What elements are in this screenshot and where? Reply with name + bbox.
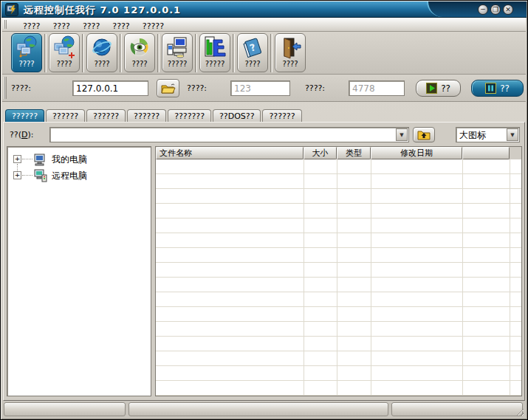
toolbar-button-label: ????: [56, 59, 72, 69]
column-header-size[interactable]: 大小: [304, 147, 337, 159]
menu-item-1[interactable]: ????: [18, 21, 44, 32]
file-list-header: 文件名称 大小 类型 修改日期: [156, 147, 521, 159]
help-icon: ?: [241, 35, 264, 59]
host-label: ????:: [11, 83, 31, 93]
computer-tree: + 我的电脑 +: [7, 146, 151, 396]
menu-item-5[interactable]: ?????: [138, 21, 168, 32]
monitor-eye-icon: [128, 35, 151, 59]
add-connection-icon: [52, 35, 76, 59]
internet-icon: [90, 35, 114, 59]
toolbar-button-label: ?????: [168, 59, 188, 69]
app-icon: [5, 3, 18, 16]
status-panel-3: [391, 402, 523, 416]
port2-input[interactable]: [349, 80, 405, 96]
view-mode-dropdown-arrow-icon[interactable]: ▼: [507, 128, 518, 141]
toolbar-separator: [44, 34, 47, 72]
tree-item-my-computer[interactable]: + 我的电脑: [7, 151, 151, 168]
toolbar-help-button[interactable]: ? ????: [237, 33, 268, 72]
menu-item-3[interactable]: ????: [78, 21, 104, 32]
file-browser-panel: ??(D): ▼ 大图标 ▼ +: [3, 122, 525, 401]
path-label: ??(D):: [10, 130, 33, 140]
toolbar-button-label: ????: [18, 59, 34, 69]
column-header-extra[interactable]: [462, 147, 510, 159]
stop-button-label: ??: [500, 83, 510, 94]
window-title: 远程控制任我行 7.0 127.0.0.1: [24, 4, 181, 17]
expand-icon[interactable]: +: [13, 171, 21, 179]
close-button[interactable]: ✕: [503, 4, 513, 15]
path-input[interactable]: [51, 128, 394, 141]
toolbar-statistics-button[interactable]: ?????: [199, 33, 230, 72]
path-dropdown-arrow-icon[interactable]: ▼: [396, 128, 408, 141]
status-panel-1: [4, 402, 126, 416]
toolbar-button-label: ????: [282, 59, 298, 69]
toolbar-exit-button[interactable]: ????: [275, 33, 306, 72]
column-header-modified-date[interactable]: 修改日期: [371, 147, 462, 159]
tab-7[interactable]: ??????: [262, 109, 301, 123]
path-combobox[interactable]: ▼: [49, 127, 409, 142]
remote-computer-icon: [34, 169, 47, 182]
tab-4[interactable]: ??????: [127, 109, 166, 123]
tab-6-dos[interactable]: ??DOS??: [213, 109, 261, 123]
connection-bar: ????: ????: ????: ?? ??: [2, 75, 526, 102]
toolbar-separator: [157, 34, 160, 72]
statistics-icon: [203, 35, 227, 59]
browse-button[interactable]: [157, 79, 179, 97]
exit-icon: [278, 35, 302, 59]
pause-icon: [485, 83, 496, 94]
toolbar-separator: [82, 34, 84, 72]
system-info-icon: [165, 35, 189, 59]
expand-icon[interactable]: +: [13, 155, 21, 163]
titlebar[interactable]: 远程控制任我行 7.0 127.0.0.1 ─ ❐ ✕: [1, 1, 527, 18]
folder-up-button[interactable]: [413, 127, 435, 142]
tab-2[interactable]: ??????: [46, 109, 85, 123]
start-button-label: ??: [441, 83, 450, 94]
column-header-filename[interactable]: 文件名称: [156, 147, 304, 159]
tree-item-remote-computer[interactable]: + 远程电脑: [7, 168, 151, 184]
file-list: 文件名称 大小 类型 修改日期: [155, 146, 522, 396]
toolbar-button-label: ????: [94, 59, 109, 69]
connection-bar-grip[interactable]: [4, 77, 7, 99]
toolbar-separator: [270, 34, 272, 72]
column-header-type[interactable]: 类型: [337, 147, 371, 159]
toolbar-connect-button[interactable]: ????: [11, 33, 42, 72]
file-list-body[interactable]: [156, 159, 521, 396]
host-input[interactable]: [72, 80, 148, 96]
toolbar-button-label: ????: [131, 59, 147, 69]
port2-label: ????:: [305, 83, 325, 93]
toolbar: ???? ???? ????: [2, 32, 526, 75]
tab-5[interactable]: ???????: [168, 109, 211, 123]
status-panel-2: [128, 402, 388, 416]
toolbar-button-label: ????: [244, 59, 260, 69]
open-folder-icon: [161, 83, 176, 94]
tab-strip: ?????? ?????? ?????? ?????? ??????? ??DO…: [5, 109, 304, 123]
toolbar-separator: [233, 34, 235, 72]
maximize-button[interactable]: ❐: [490, 4, 501, 15]
menu-item-4[interactable]: ????: [108, 21, 134, 32]
toolbar-system-info-button[interactable]: ?????: [162, 33, 193, 72]
tab-1[interactable]: ??????: [5, 109, 44, 123]
app-window: 远程控制任我行 7.0 127.0.0.1 ─ ❐ ✕ ???? ???? ??…: [0, 0, 528, 420]
stop-button[interactable]: ??: [471, 80, 524, 97]
port1-input[interactable]: [230, 80, 290, 96]
view-mode-value: 大图标: [459, 129, 486, 142]
menubar-grip[interactable]: [4, 20, 7, 29]
view-mode-select[interactable]: 大图标 ▼: [456, 127, 520, 142]
connect-icon: [15, 35, 38, 59]
tree-item-label[interactable]: 远程电脑: [52, 170, 87, 182]
menu-item-2[interactable]: ????: [48, 21, 74, 32]
tab-3[interactable]: ??????: [86, 109, 126, 123]
my-computer-icon: [34, 153, 47, 166]
app-logo-icon: [7, 4, 17, 15]
folder-up-icon: [417, 129, 431, 140]
start-button[interactable]: ??: [416, 80, 461, 97]
toolbar-internet-button[interactable]: ????: [86, 33, 117, 72]
toolbar-button-label: ?????: [205, 59, 225, 69]
menubar: ???? ???? ???? ???? ?????: [2, 18, 526, 32]
port1-label: ????:: [187, 83, 207, 93]
minimize-button[interactable]: ─: [478, 4, 488, 15]
tree-item-label[interactable]: 我的电脑: [52, 154, 87, 166]
play-icon: [426, 83, 437, 94]
toolbar-monitor-button[interactable]: ????: [124, 33, 155, 72]
toolbar-add-connection-button[interactable]: ????: [49, 33, 80, 72]
toolbar-separator: [195, 34, 197, 72]
